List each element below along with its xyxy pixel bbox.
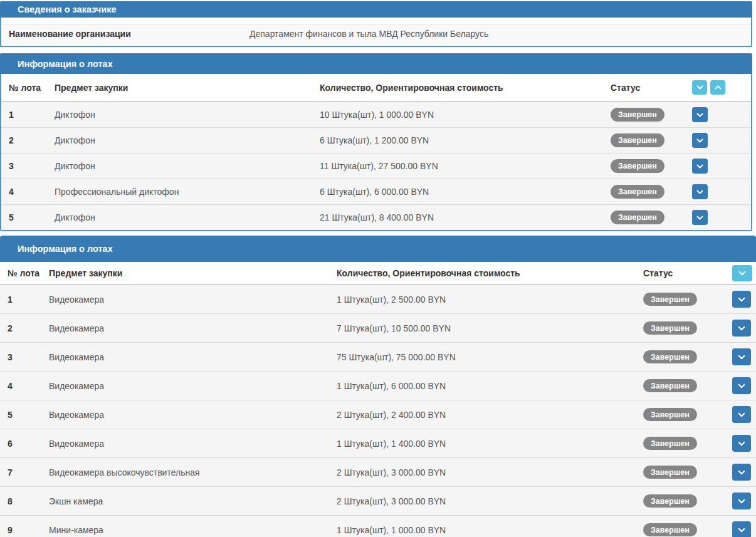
lot-row: 1 Диктофон 10 Штука(шт), 1 000.00 BYN За… [1, 102, 751, 127]
lot-quantity-cost: 6 Штука(шт), 1 200.00 BYN [320, 135, 611, 145]
lot-row: 3 Диктофон 11 Штука(шт), 27 500.00 BYN З… [1, 153, 751, 179]
chevron-down-icon [737, 353, 746, 362]
lot-number: 5 [0, 410, 49, 420]
lot-row-actions [690, 159, 751, 174]
chevron-down-icon [696, 188, 704, 196]
lot-status-cell: Завершен [643, 408, 731, 422]
expand-all-lots-button[interactable] [710, 80, 725, 95]
expand-lot-details-button[interactable] [732, 435, 751, 452]
lots-panel-2-body: № лота Предмет закупки Количество, Ориен… [0, 262, 756, 537]
lots-table-1-header-row: № лота Предмет закупки Количество, Ориен… [1, 74, 751, 102]
column-header-lot-number: № лота [0, 268, 49, 278]
customer-panel-title: Сведения о заказчике [18, 4, 116, 14]
lots-table-2-body: 1 Видеокамера 1 Штука(шт), 2 500.00 BYN … [0, 284, 756, 537]
lot-number: 2 [0, 323, 49, 333]
status-badge: Завершен [643, 437, 697, 451]
lots-panel-1-title: Информация о лотах [18, 59, 113, 69]
lot-quantity-cost: 10 Штука(шт), 1 000.00 BYN [320, 110, 611, 120]
collapse-all-lots-button[interactable] [692, 80, 707, 95]
lot-number: 6 [0, 439, 49, 449]
lot-status-cell: Завершен [611, 185, 690, 199]
lot-row: 5 Диктофон 21 Штука(шт), 8 400.00 BYN За… [1, 204, 751, 230]
lot-row-actions [731, 406, 756, 423]
lots-panel-2-heading: Информация о лотах [0, 236, 756, 262]
lot-row: 3 Видеокамера 75 Штука(шт), 75 000.00 BY… [0, 342, 756, 371]
column-header-status: Статус [643, 268, 731, 278]
lot-row-actions [731, 291, 756, 308]
lot-subject: Диктофон [55, 161, 320, 171]
lot-subject: Видеокамера [49, 381, 337, 391]
table-1-header-actions [690, 80, 751, 95]
lot-number: 9 [0, 525, 49, 535]
customer-field-value: Департамент финансов и тыла МВД Республи… [249, 29, 751, 39]
status-badge: Завершен [643, 494, 697, 508]
expand-lot-details-button[interactable] [692, 210, 708, 225]
lot-status-cell: Завершен [611, 211, 690, 224]
customer-info-panel: Сведения о заказчике Наименование органи… [0, 1, 752, 47]
status-badge: Завершен [643, 466, 697, 479]
lot-quantity-cost: 21 Штука(шт), 8 400.00 BYN [320, 212, 611, 222]
expand-lot-details-button[interactable] [692, 107, 708, 122]
lot-row: 6 Видеокамера 1 Штука(шт), 1 400.00 BYN … [0, 429, 756, 457]
customer-panel-heading: Сведения о заказчике [0, 1, 752, 18]
lot-subject: Экшн камера [49, 496, 337, 506]
lot-subject: Профессиональный диктофон [55, 187, 320, 197]
lot-quantity-cost: 1 Штука(шт), 1 000.00 BYN [337, 525, 643, 535]
status-badge: Завершен [611, 133, 664, 147]
status-badge: Завершен [643, 379, 697, 393]
column-header-status: Статус [611, 83, 690, 93]
status-badge: Завершен [611, 185, 664, 199]
chevron-up-icon [714, 83, 722, 91]
chevron-down-icon [696, 83, 704, 91]
lot-subject: Видеокамера [49, 439, 337, 449]
lot-subject: Диктофон [55, 212, 320, 222]
lot-quantity-cost: 75 Штука(шт), 75 000.00 BYN [337, 352, 643, 362]
lot-number: 4 [1, 187, 55, 197]
status-badge: Завершен [643, 523, 697, 537]
lot-subject: Диктофон [55, 110, 320, 120]
lot-subject: Видеокамера [49, 410, 337, 420]
lot-quantity-cost: 1 Штука(шт), 2 500.00 BYN [337, 295, 643, 305]
expand-lot-details-button[interactable] [732, 464, 751, 481]
lot-status-cell: Завершен [643, 350, 731, 364]
expand-lot-details-button[interactable] [732, 406, 751, 423]
expand-lot-details-button[interactable] [732, 377, 751, 394]
expand-lot-details-button[interactable] [692, 133, 708, 148]
lot-row: 4 Профессиональный диктофон 6 Штука(шт),… [1, 179, 751, 204]
expand-lot-details-button[interactable] [692, 184, 708, 199]
lots-panel-2: Информация о лотах № лота Предмет закупк… [0, 236, 756, 537]
expand-lot-details-button[interactable] [732, 521, 751, 537]
expand-lot-details-button[interactable] [732, 291, 751, 308]
lot-row: 5 Видеокамера 2 Штука(шт), 2 400.00 BYN … [0, 400, 756, 429]
expand-lot-details-button[interactable] [732, 320, 751, 336]
chevron-down-icon [737, 295, 746, 304]
lot-status-cell: Завершен [643, 293, 731, 306]
lots-panel-1-heading: Информация о лотах [0, 53, 752, 74]
status-badge: Завершен [643, 321, 697, 335]
lot-status-cell: Завершен [643, 523, 731, 537]
chevron-down-icon [737, 324, 746, 333]
lot-quantity-cost: 2 Штука(шт), 2 400.00 BYN [337, 410, 643, 420]
expand-lot-details-button[interactable] [732, 348, 751, 365]
lot-row-actions [731, 493, 756, 509]
lot-quantity-cost: 1 Штука(шт), 6 000.00 BYN [337, 381, 643, 391]
chevron-down-icon [737, 526, 746, 534]
lot-quantity-cost: 1 Штука(шт), 1 400.00 BYN [337, 439, 643, 449]
chevron-down-icon [696, 111, 704, 119]
lot-subject: Видеокамера [49, 352, 337, 362]
status-badge: Завершен [643, 293, 697, 306]
lot-row-actions [731, 320, 756, 336]
lot-status-cell: Завершен [611, 159, 690, 173]
lot-row: 2 Диктофон 6 Штука(шт), 1 200.00 BYN Зав… [1, 127, 751, 153]
lot-number: 3 [1, 161, 55, 171]
lot-row: 8 Экшн камера 2 Штука(шт), 3 000.00 BYN … [0, 486, 756, 515]
lot-row-actions [731, 435, 756, 452]
collapse-all-lots-button[interactable] [732, 265, 752, 281]
table-2-header-actions [731, 265, 756, 281]
expand-lot-details-button[interactable] [732, 493, 751, 509]
lot-row-actions [731, 464, 756, 481]
expand-lot-details-button[interactable] [692, 159, 708, 174]
lots-panel-1-body: № лота Предмет закупки Количество, Ориен… [0, 74, 752, 231]
lot-row-actions [731, 521, 756, 537]
lot-status-cell: Завершен [643, 494, 731, 508]
